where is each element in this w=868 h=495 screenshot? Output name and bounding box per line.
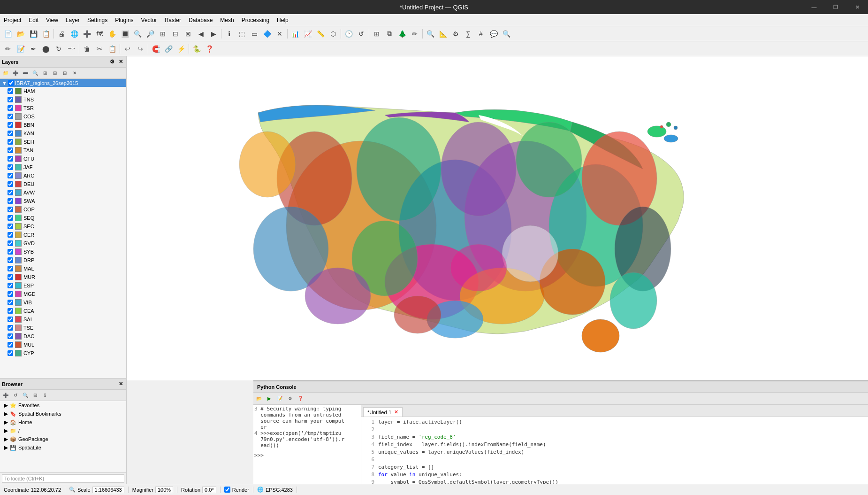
- layer-checkbox-bbn[interactable]: [8, 122, 13, 128]
- layer-checkbox-mal[interactable]: [8, 266, 13, 271]
- locate-input[interactable]: [2, 474, 124, 483]
- digitize-button[interactable]: ✏: [2, 43, 14, 55]
- zoom-layer-button[interactable]: ⊟: [169, 28, 182, 40]
- identify-button[interactable]: ℹ: [223, 28, 235, 40]
- menubar-item-layer[interactable]: Layer: [62, 16, 84, 24]
- layer-item-gvd[interactable]: GVD: [0, 239, 126, 248]
- browser-settings-button[interactable]: ℹ: [40, 391, 50, 400]
- layer-checkbox-gfu[interactable]: [8, 156, 13, 162]
- console-tab-close[interactable]: ✕: [394, 409, 398, 415]
- layer-checkbox-seq[interactable]: [8, 215, 13, 221]
- browser-collapse-button[interactable]: ⊟: [30, 391, 40, 400]
- layer-checkbox-sai[interactable]: [8, 317, 13, 322]
- select-poly-button[interactable]: 🔷: [261, 28, 273, 40]
- filter-by-map-button[interactable]: ⊞: [40, 69, 50, 78]
- layer-checkbox-mur[interactable]: [8, 274, 13, 280]
- open-project-button[interactable]: 📂: [15, 28, 27, 40]
- layer-checkbox-jaf[interactable]: [8, 164, 13, 170]
- pan-map-button[interactable]: 🔳: [119, 28, 131, 40]
- simplify-button[interactable]: 〰: [65, 43, 77, 55]
- undo-button[interactable]: ↩: [122, 43, 134, 55]
- menubar-item-raster[interactable]: Raster: [161, 16, 185, 24]
- zoom-btn[interactable]: 🔍: [424, 28, 436, 40]
- console-code-editor[interactable]: 1 layer = iface.activeLayer() 2 3 field_…: [361, 417, 868, 484]
- copy-button[interactable]: ⧉: [383, 28, 396, 40]
- restore-button[interactable]: ❐: [825, 0, 846, 14]
- layer-item-cea[interactable]: CEA: [0, 307, 126, 315]
- menubar-item-edit[interactable]: Edit: [25, 16, 42, 24]
- remove-all-button[interactable]: ✕: [70, 69, 79, 78]
- layer-item-tsr[interactable]: TSR: [0, 104, 126, 112]
- num-btn[interactable]: #: [475, 28, 487, 40]
- magnifier-value[interactable]: 100%: [155, 487, 173, 493]
- layer-group-ibra[interactable]: ▼ IBRA7_regions_26sep2015: [0, 79, 126, 87]
- layer-item-tns[interactable]: TNS: [0, 95, 126, 104]
- console-help-button[interactable]: ❓: [296, 394, 305, 403]
- python-btn[interactable]: 🐍: [190, 43, 203, 55]
- open-table-button[interactable]: 📊: [289, 28, 301, 40]
- layer-checkbox-cyp[interactable]: [8, 350, 13, 356]
- add-vector-button[interactable]: ➕: [81, 28, 93, 40]
- layer-checkbox-esp[interactable]: [8, 283, 13, 288]
- layer-checkbox-seh[interactable]: [8, 139, 13, 145]
- layer-item-vib[interactable]: VIB: [0, 298, 126, 307]
- layer-item-mul[interactable]: MUL: [0, 340, 126, 349]
- layer-checkbox-gvd[interactable]: [8, 240, 13, 246]
- browser-item-geopackage[interactable]: ▶ 📦 GeoPackage: [0, 435, 126, 443]
- layer-item-mal[interactable]: MAL: [0, 264, 126, 273]
- zoom-out-button[interactable]: 🔎: [144, 28, 156, 40]
- scale-value[interactable]: 1:16606433: [92, 487, 124, 493]
- layer-checkbox-cos[interactable]: [8, 114, 13, 119]
- layer-checkbox-tns[interactable]: [8, 97, 13, 102]
- layer-item-syb[interactable]: SYB: [0, 248, 126, 256]
- save-as-button[interactable]: 📋: [40, 28, 52, 40]
- measure-area-button[interactable]: ⬡: [327, 28, 339, 40]
- rotation-value[interactable]: 0.0°: [202, 487, 216, 493]
- browser-item-favorites[interactable]: ▶ ⭐ Favorites: [0, 401, 126, 410]
- topology-button[interactable]: 🔗: [162, 43, 175, 55]
- rotate-button[interactable]: ↻: [53, 43, 65, 55]
- browser-item-spatialite[interactable]: ▶ 💾 SpatiaLite: [0, 443, 126, 452]
- layer-checkbox-mgd[interactable]: [8, 291, 13, 297]
- layer-checkbox-tsr[interactable]: [8, 105, 13, 111]
- cut-button[interactable]: ✂: [93, 43, 106, 55]
- layer-checkbox-ham[interactable]: [8, 88, 13, 94]
- annotate-button[interactable]: ✏: [409, 28, 421, 40]
- collapse-all-button[interactable]: ⊟: [60, 69, 69, 78]
- layer-item-avw[interactable]: AVW: [0, 188, 126, 197]
- clock-button[interactable]: 🕐: [343, 28, 355, 40]
- menubar-item-processing[interactable]: Processing: [238, 16, 273, 24]
- map-container[interactable]: [127, 56, 868, 380]
- redo-button[interactable]: ↪: [134, 43, 146, 55]
- pan-button[interactable]: ✋: [106, 28, 118, 40]
- copy2-button[interactable]: 📋: [106, 43, 118, 55]
- add-wms-button[interactable]: 🌐: [68, 28, 80, 40]
- layer-item-tse[interactable]: TSE: [0, 324, 126, 332]
- menubar-item-view[interactable]: View: [42, 16, 62, 24]
- menubar-item-settings[interactable]: Settings: [84, 16, 111, 24]
- scale-btn[interactable]: 📐: [437, 28, 449, 40]
- layer-item-swa[interactable]: SWA: [0, 197, 126, 205]
- deselect-button[interactable]: ✕: [274, 28, 286, 40]
- layer-item-arc[interactable]: ARC: [0, 171, 126, 180]
- layer-item-gfu[interactable]: GFU: [0, 155, 126, 163]
- layer-checkbox-cea[interactable]: [8, 308, 13, 314]
- zoom-full-button[interactable]: ⊞: [157, 28, 169, 40]
- layer-item-sai[interactable]: SAI: [0, 315, 126, 324]
- browser-item-home[interactable]: ▶ 🏠 Home: [0, 418, 126, 426]
- layer-checkbox-cop[interactable]: [8, 207, 13, 212]
- layer-checkbox-deu[interactable]: [8, 181, 13, 187]
- layer-item-deu[interactable]: DEU: [0, 180, 126, 188]
- layer-item-dac[interactable]: DAC: [0, 332, 126, 340]
- layer-item-bbn[interactable]: BBN: [0, 121, 126, 129]
- layer-item-cop[interactable]: COP: [0, 205, 126, 214]
- calc-btn[interactable]: ∑: [462, 28, 474, 40]
- remove-layer-button[interactable]: ➖: [21, 69, 30, 78]
- help-btn[interactable]: ❓: [203, 43, 215, 55]
- layer-item-cos[interactable]: COS: [0, 112, 126, 121]
- layer-item-sec[interactable]: SEC: [0, 222, 126, 231]
- add-raster-button[interactable]: 🗺: [93, 28, 106, 40]
- layer-checkbox-drp[interactable]: [8, 257, 13, 263]
- snapping-button[interactable]: 🧲: [150, 43, 162, 55]
- layers-panel-settings[interactable]: ⚙: [108, 58, 116, 66]
